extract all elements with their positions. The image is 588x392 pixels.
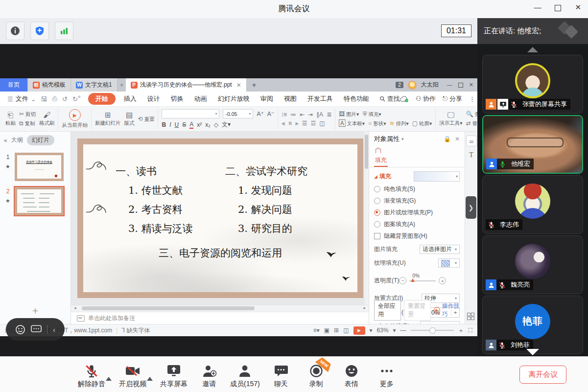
subscript-button[interactable]: x₂ bbox=[205, 121, 211, 128]
reading-view-icon[interactable]: ◫ bbox=[343, 327, 349, 334]
fill-radio-0[interactable]: 纯色填充(S) bbox=[374, 185, 460, 193]
outline-tab[interactable]: 大纲 bbox=[11, 136, 23, 144]
phonetic-button[interactable]: 文▾ bbox=[222, 120, 231, 129]
transparency-minus-icon[interactable]: − bbox=[399, 277, 406, 284]
menu-find[interactable]: 查找 bbox=[379, 94, 400, 103]
participant-tile-2[interactable]: 李志伟 bbox=[482, 175, 583, 234]
transparency-slider[interactable]: − 0% ＋ bbox=[399, 277, 446, 284]
network-signal-icon[interactable] bbox=[55, 22, 73, 40]
text-direction-icon[interactable]: ∥A bbox=[316, 111, 323, 118]
invite-button[interactable]: 邀请 bbox=[195, 361, 223, 389]
participant-tile-4[interactable]: 艳菲 刘艳菲 bbox=[482, 296, 583, 354]
collapse-panel-icon[interactable]: « bbox=[4, 137, 7, 144]
decrease-font-icon[interactable]: A⁻ bbox=[267, 111, 274, 117]
meeting-info-icon[interactable] bbox=[6, 22, 24, 40]
menu-start-tab[interactable]: 开始 bbox=[88, 93, 116, 105]
zoom-level[interactable]: 63% bbox=[377, 327, 389, 334]
slide-thumb-1[interactable]: 1 ★ 浅谈学习历史的体会 〰〰〰〰 bbox=[15, 153, 68, 181]
fill-preview-dropdown[interactable]: ▾ bbox=[414, 171, 460, 182]
scroll-down-arrow[interactable] bbox=[526, 349, 539, 355]
hide-background-checkbox[interactable]: 隐藏背景图形(H) bbox=[374, 232, 460, 240]
zoom-in-icon[interactable]: ＋ bbox=[458, 326, 464, 335]
fill-radio-1[interactable]: 渐变填充(G) bbox=[374, 197, 460, 205]
scroll-up-arrow[interactable] bbox=[477, 44, 588, 55]
italic-button[interactable]: I bbox=[169, 121, 171, 128]
increase-font-icon[interactable]: A⁺ bbox=[257, 111, 263, 117]
play-caret-icon[interactable]: ▾ bbox=[370, 327, 373, 334]
outline-button[interactable]: ▢ 轮廓▾ bbox=[412, 120, 432, 127]
play-from-current-button[interactable]: ▶从当前开始 bbox=[62, 109, 88, 129]
menu-item-3[interactable]: 动画 bbox=[189, 95, 212, 102]
slide-sorter-icon[interactable]: ⊞ bbox=[334, 327, 339, 334]
new-tab-button[interactable]: ＋ bbox=[247, 78, 261, 92]
horizontal-scrollbar[interactable]: ◂ ▸ bbox=[71, 305, 369, 312]
slider-marker[interactable] bbox=[411, 278, 415, 282]
minus-icon[interactable]: − bbox=[421, 323, 429, 324]
align-left-icon[interactable]: ⫷ bbox=[282, 120, 285, 127]
apps-grid-icon[interactable] bbox=[467, 313, 474, 320]
tab-close-icon[interactable]: ✕ bbox=[236, 82, 241, 89]
underline-button[interactable]: U bbox=[174, 121, 179, 128]
zoom-out-icon[interactable]: — bbox=[400, 327, 406, 334]
wps-maximize-icon[interactable] bbox=[458, 83, 463, 88]
menu-item-1[interactable]: 设计 bbox=[142, 95, 165, 102]
participant-tile-0[interactable]: 张蕾的屏幕共享 bbox=[482, 55, 583, 114]
increase-indent-icon[interactable]: ⇥ bbox=[308, 111, 313, 118]
scroll-left-icon[interactable]: ◂ bbox=[74, 305, 76, 310]
wps-user-name[interactable]: 大太阳 bbox=[421, 81, 439, 89]
reset-background-button[interactable]: 重置背景 bbox=[404, 300, 431, 321]
text-tool-strip-icon[interactable]: T bbox=[465, 151, 477, 159]
save-icon[interactable]: 🖫 bbox=[41, 95, 47, 103]
superscript-button[interactable]: x² bbox=[197, 121, 202, 128]
menu-item-7[interactable]: 开发工具 bbox=[302, 95, 338, 102]
menu-file[interactable]: 文件 bbox=[16, 94, 28, 103]
expand-arrow-icon[interactable] bbox=[106, 377, 112, 381]
clear-format-icon[interactable]: ◇ bbox=[214, 121, 218, 128]
normal-view-icon[interactable]: ▣ bbox=[324, 327, 329, 334]
zoom-caret-icon[interactable]: ▾ bbox=[393, 327, 396, 334]
tab-home[interactable]: 首页 bbox=[0, 78, 28, 92]
slides-tab[interactable]: 幻灯片 bbox=[27, 135, 54, 145]
bullet-list-icon[interactable]: ⁝≡ bbox=[282, 111, 287, 118]
cut-button[interactable]: ✂ 剪切 bbox=[19, 111, 36, 118]
screen-share-button[interactable]: 共享屏幕 bbox=[160, 361, 188, 389]
emoji-tool-icon[interactable] bbox=[15, 324, 25, 335]
arrange-button[interactable]: ≋ 排列▾ bbox=[390, 120, 409, 127]
vertical-scrollbar[interactable] bbox=[364, 132, 369, 305]
notes-bar[interactable]: 单击此处添加备注 bbox=[71, 312, 369, 324]
panel-caret-icon[interactable]: ▾ bbox=[401, 137, 404, 141]
section-collapse-icon[interactable]: ◢ bbox=[374, 174, 377, 179]
fill-radio-3[interactable]: 图案填充(A) bbox=[374, 220, 460, 229]
strikethrough-button[interactable]: S bbox=[182, 121, 186, 128]
redo-icon[interactable]: ↻ bbox=[72, 95, 78, 103]
tips-link[interactable]: ▶ 操作技巧 bbox=[434, 302, 461, 319]
font-size-combo[interactable]: -0.05▾ bbox=[223, 109, 253, 118]
presentation-tools-button[interactable]: 🖵演示工具▾ bbox=[439, 111, 462, 127]
minimize-icon[interactable]: — bbox=[534, 3, 541, 12]
fill-tab[interactable]: 填充 bbox=[374, 155, 388, 167]
security-shield-icon[interactable] bbox=[30, 22, 49, 40]
participant-tile-3[interactable]: 魏亮亮 bbox=[482, 235, 583, 294]
pin-panel-icon[interactable]: 🔒 bbox=[444, 136, 451, 142]
texture-fill-dropdown[interactable]: ▾ bbox=[438, 258, 460, 268]
status-item-2[interactable]: Ꞁ 缺失字体 bbox=[121, 326, 150, 335]
chat-tool-icon[interactable] bbox=[31, 325, 42, 334]
menu-item-4[interactable]: 幻灯片放映 bbox=[212, 95, 255, 102]
fit-screen-icon[interactable]: ⛶ bbox=[469, 327, 472, 334]
plus-icon[interactable]: ＋ bbox=[451, 322, 459, 324]
columns-icon[interactable]: ◫ bbox=[319, 120, 325, 127]
participant-tile-1[interactable]: 他维宏 bbox=[482, 115, 583, 174]
hamburger-icon[interactable]: ☰ bbox=[7, 95, 13, 103]
chat-button[interactable]: 聊天 bbox=[267, 361, 295, 389]
expand-arrow-icon[interactable] bbox=[147, 377, 153, 381]
record-button[interactable]: 录制NEW bbox=[302, 361, 330, 389]
numbered-list-icon[interactable]: ≔ bbox=[290, 111, 296, 118]
mic-muted-button[interactable]: 解除静音 bbox=[77, 361, 106, 389]
apply-all-button[interactable]: 全部应用 bbox=[374, 300, 401, 321]
close-panel-icon[interactable]: ✕ bbox=[455, 136, 460, 142]
picture-fill-dropdown[interactable]: 请选择图片▾ bbox=[420, 245, 460, 254]
collapse-pill-icon[interactable]: ‹ bbox=[53, 325, 55, 334]
print-icon[interactable]: ⎙ bbox=[52, 95, 57, 103]
camera-off-button[interactable]: 开启视频 bbox=[118, 361, 147, 389]
undo-icon[interactable]: ↺ bbox=[62, 95, 68, 103]
